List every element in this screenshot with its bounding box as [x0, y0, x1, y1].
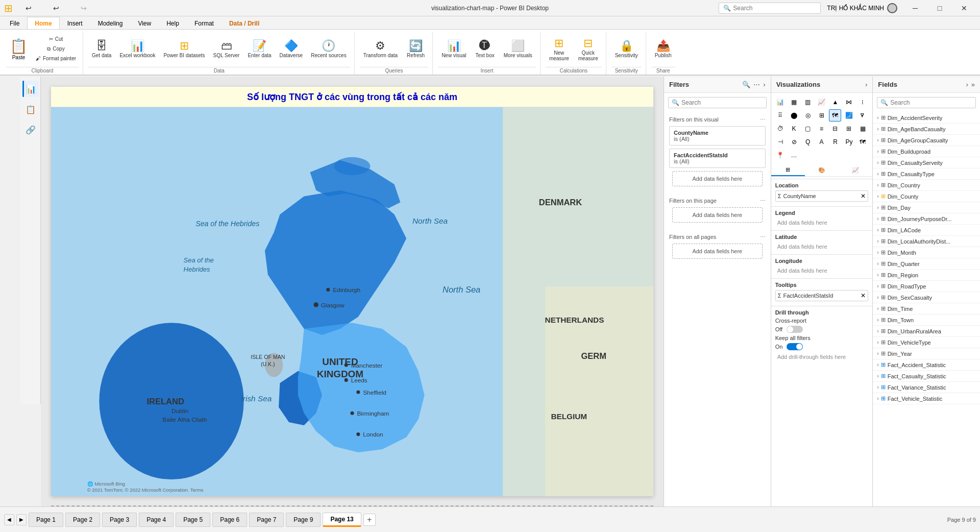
viz-stacked-bar2[interactable]: ▥ [802, 96, 814, 108]
close-button[interactable]: ✕ [952, 0, 976, 16]
more-options-all-icon[interactable]: ⋯ [760, 234, 766, 240]
field-item-13[interactable]: ›⊞Dim_Quarter [873, 258, 980, 270]
legend-add-field[interactable]: Add data fields here [775, 218, 869, 227]
viz-card[interactable]: ▢ [802, 123, 814, 135]
undo2-button[interactable]: ↩ [44, 0, 68, 16]
viz-key-influencers[interactable]: ⊘ [788, 136, 800, 148]
viz-paginated[interactable]: R [829, 136, 841, 148]
field-item-8[interactable]: ›⊞Dim_Day [873, 202, 980, 213]
report-view-icon[interactable]: 📊 [22, 81, 39, 97]
global-search-box[interactable]: 🔍 [719, 3, 821, 14]
page-tab-page-3[interactable]: Page 3 [102, 513, 137, 527]
add-page-button[interactable]: + [363, 514, 376, 526]
field-item-23[interactable]: ›⊞Fact_Casualty_Statistic [873, 371, 980, 382]
field-item-5[interactable]: ›⊞Dim_CasualtyType [873, 168, 980, 180]
field-item-22[interactable]: ›⊞Fact_Accident_Statistic [873, 359, 980, 371]
filters-expand-btn[interactable]: › [763, 81, 765, 88]
page-tab-page-2[interactable]: Page 2 [65, 513, 100, 527]
tooltips-field-remove[interactable]: ✕ [861, 292, 866, 299]
field-item-24[interactable]: ›⊞Fact_Variance_Statistic [873, 382, 980, 393]
field-item-11[interactable]: ›⊞Dim_LocalAuthorityDist... [873, 236, 980, 247]
field-item-4[interactable]: ›⊞Dim_CasualtyServeity [873, 157, 980, 168]
location-field-remove[interactable]: ✕ [861, 192, 866, 200]
map-container[interactable]: Irish Sea North Sea North Sea UNITED KIN… [51, 107, 653, 496]
fields-search-input[interactable] [890, 99, 972, 106]
field-item-1[interactable]: ›⊞Dim_AgeBandCasualty [873, 124, 980, 135]
text-box-button[interactable]: 🅣 Text box [472, 34, 498, 64]
viz-funnel[interactable]: ⛛ [856, 109, 869, 122]
field-item-0[interactable]: ›⊞Dim_AccidentSeverity [873, 112, 980, 124]
field-item-2[interactable]: ›⊞Dim_AgeGroupCasualty [873, 135, 980, 146]
table-view-icon[interactable]: 📋 [22, 101, 39, 117]
viz-analytics-tab[interactable]: 📈 [839, 164, 872, 176]
viz-filled-map[interactable]: 🗾 [843, 109, 855, 122]
sensitivity-button[interactable]: 🔒 Sensitivity [611, 34, 642, 64]
viz-stacked-bar[interactable]: ▦ [788, 96, 800, 108]
filters-search-icon-btn[interactable]: 🔍 [742, 81, 750, 88]
publish-button[interactable]: 📤 Publish [651, 34, 675, 64]
fields-expand2-btn[interactable]: » [971, 81, 975, 88]
page-tab-page-9[interactable]: Page 9 [286, 513, 321, 527]
field-item-20[interactable]: ›⊞Dim_VehicleType [873, 337, 980, 348]
tab-data-drill[interactable]: Data / Drill [222, 17, 267, 29]
field-item-15[interactable]: ›⊞Dim_RoadType [873, 281, 980, 292]
field-item-21[interactable]: ›⊞Dim_Year [873, 348, 980, 359]
viz-more[interactable]: … [788, 149, 800, 161]
viz-qa[interactable]: Q [802, 136, 814, 148]
more-visuals-button[interactable]: ⬜ More visuals [500, 34, 536, 64]
undo-button[interactable]: ↩ [17, 0, 40, 16]
tab-insert[interactable]: Insert [60, 17, 90, 29]
cut-button[interactable]: ✂ Cut [33, 35, 79, 44]
viz-waterfall[interactable]: ⫶ [856, 96, 869, 108]
paste-button[interactable]: 📋 Paste [6, 35, 31, 63]
viz-pie[interactable]: ⬤ [788, 109, 800, 122]
viz-area-chart[interactable]: ▲ [829, 96, 841, 108]
viz-treemap[interactable]: ⊞ [816, 109, 828, 122]
quick-measure-button[interactable]: ⊟ Quickmeasure [575, 34, 602, 64]
viz-decomp-tree[interactable]: ⊣ [774, 136, 787, 148]
viz-slicer[interactable]: ⊟ [829, 123, 841, 135]
tab-home[interactable]: Home [27, 17, 59, 29]
tab-modeling[interactable]: Modeling [90, 17, 131, 29]
viz-build-tab[interactable]: ⊞ [771, 164, 805, 176]
new-visual-button[interactable]: 📊 New visual [438, 34, 470, 64]
redo-button[interactable]: ↪ [72, 0, 95, 16]
viz-format-tab[interactable]: 🎨 [805, 164, 839, 176]
viz-python[interactable]: Py [843, 136, 855, 148]
model-view-icon[interactable]: 🔗 [22, 122, 39, 138]
field-item-12[interactable]: ›⊞Dim_Month [873, 247, 980, 258]
viz-shape-map[interactable]: 🗺 [856, 136, 869, 148]
restore-button[interactable]: □ [928, 0, 951, 16]
field-item-7[interactable]: ›⊞Dim_County [873, 191, 980, 202]
page-prev-btn[interactable]: ◀ [4, 514, 14, 525]
refresh-button[interactable]: 🔄 Refresh [403, 34, 428, 64]
fields-search-box[interactable]: 🔍 [877, 97, 976, 108]
keep-filters-toggle[interactable] [787, 343, 803, 350]
page-tab-page-4[interactable]: Page 4 [139, 513, 174, 527]
minimize-button[interactable]: ─ [903, 0, 927, 16]
longitude-add-field[interactable]: Add data fields here [775, 266, 869, 275]
field-item-17[interactable]: ›⊞Dim_Time [873, 303, 980, 315]
add-data-all-btn[interactable]: Add data fields here [672, 244, 763, 259]
global-search-input[interactable] [733, 5, 815, 12]
tab-file[interactable]: File [2, 17, 27, 29]
page-tab-page-6[interactable]: Page 6 [212, 513, 247, 527]
excel-workbook-button[interactable]: 📊 Excel workbook [116, 34, 159, 64]
filters-collapse-btn[interactable]: ⋯ [753, 81, 760, 88]
field-item-19[interactable]: ›⊞Dim_UrbanRuralArea [873, 326, 980, 337]
latitude-add-field[interactable]: Add data fields here [775, 242, 869, 251]
get-data-button[interactable]: 🗄 Get data [88, 34, 115, 64]
field-item-3[interactable]: ›⊞Dim_Builduproad [873, 146, 980, 157]
fields-expand-btn[interactable]: › [966, 81, 968, 88]
copy-button[interactable]: ⧉ Copy [33, 44, 79, 54]
viz-scatter[interactable]: ⠿ [774, 109, 787, 122]
viz-matrix[interactable]: ⊞ [843, 123, 855, 135]
cross-report-toggle[interactable] [787, 326, 803, 333]
viz-table[interactable]: ▦ [856, 123, 869, 135]
viz-kpi[interactable]: K [788, 123, 800, 135]
viz-donut[interactable]: ◎ [802, 109, 814, 122]
more-options-icon[interactable]: ⋯ [760, 116, 766, 123]
add-data-page-btn[interactable]: Add data fields here [672, 207, 763, 223]
page-next-btn[interactable]: ▶ [16, 514, 27, 525]
field-item-25[interactable]: ›⊞Fact_Vehicle_Statistic [873, 393, 980, 404]
